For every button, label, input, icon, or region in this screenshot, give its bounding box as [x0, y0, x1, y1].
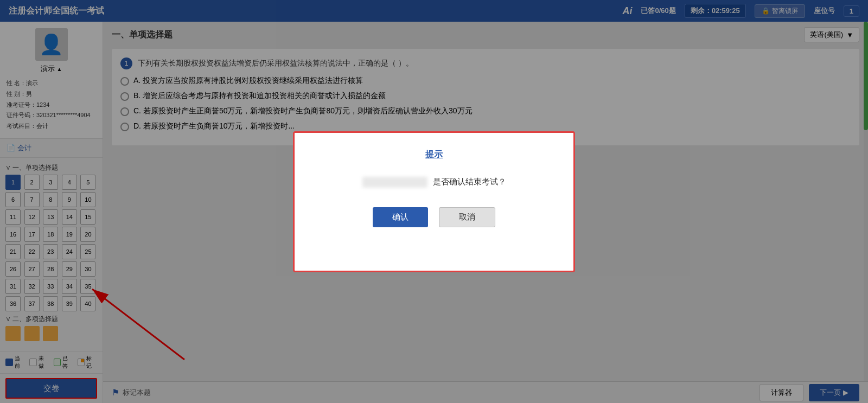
dialog-buttons: 确认 取消	[373, 207, 495, 227]
dialog-confirm-button[interactable]: 确认	[373, 207, 428, 227]
dialog-body: 是否确认结束考试？	[362, 177, 506, 188]
confirm-dialog: 提示 是否确认结束考试？ 确认 取消	[293, 131, 575, 272]
modal-overlay: 提示 是否确认结束考试？ 确认 取消	[0, 0, 868, 403]
dialog-cancel-button[interactable]: 取消	[439, 207, 495, 227]
blurred-user-name	[362, 177, 427, 188]
dialog-title: 提示	[425, 149, 443, 161]
